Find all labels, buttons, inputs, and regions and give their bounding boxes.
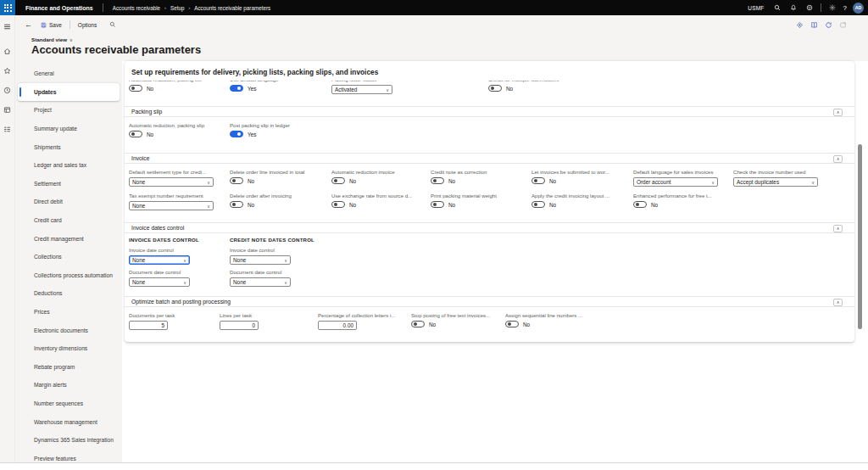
book-icon[interactable] [810,20,819,30]
search-icon[interactable] [772,3,782,13]
avatar[interactable]: AD [853,3,864,14]
collapse-chevron-up-icon[interactable]: ∧ [833,299,843,306]
collapse-chevron-up-icon[interactable]: ∧ [833,225,843,232]
toggle-switch[interactable] [331,201,345,208]
nav-item-direct-debit[interactable]: Direct debit [15,193,122,211]
toggle-switch[interactable] [411,321,425,327]
toggle-switch[interactable] [633,201,647,208]
nav-item-project[interactable]: Project [15,101,122,120]
toggle-check-for-multiple-warehouses[interactable]: No [488,85,585,92]
toggle-switch[interactable] [531,201,545,208]
toggle-use-default-language[interactable]: Yes [230,85,326,92]
nav-item-settlement[interactable]: Settlement [15,175,122,193]
notifications-bell-icon[interactable] [788,3,798,13]
expand-window-icon[interactable] [838,20,848,30]
select-invoice-date-control[interactable]: None∨ [129,255,190,265]
input-documents-per-task[interactable]: 5 [129,321,168,330]
input-lines-per-task[interactable]: 0 [220,321,259,330]
toggle-switch[interactable] [488,85,502,92]
select-default-settlement-type-for-credi[interactable]: None∨ [129,177,214,187]
toggle-print-packing-material-weight[interactable]: No [431,201,527,208]
select-document-date-control[interactable]: None∨ [230,277,291,287]
select-check-the-invoice-number-used[interactable]: Accept duplicates∨ [733,177,818,187]
select-invoice-date-control[interactable]: None∨ [230,255,291,265]
toggle-post-packing-slip-in-ledger[interactable]: Yes [230,131,326,137]
toggle-switch[interactable] [230,131,243,137]
nav-item-number-sequences[interactable]: Number sequences [15,394,122,413]
section-header-invoice[interactable]: Invoice ∧ [125,153,854,164]
nav-item-general[interactable]: General [15,64,122,83]
nav-item-collections-process-automation[interactable]: Collections process automation [15,266,122,285]
toggle-delete-order-line-invoiced-in-total[interactable]: No [230,177,326,184]
toggle-credit-note-as-correction[interactable]: No [431,177,527,184]
modules-list-icon[interactable] [2,123,14,135]
select-document-date-control[interactable]: None∨ [129,277,190,287]
nav-item-preview-features[interactable]: Preview features [15,449,122,467]
nav-item-collections[interactable]: Collections [15,248,122,266]
toggle-switch[interactable] [129,85,142,92]
personalize-icon[interactable] [795,20,804,30]
refresh-icon[interactable] [824,20,833,30]
nav-item-deductions[interactable]: Deductions [15,284,122,303]
nav-item-inventory-dimensions[interactable]: Inventory dimensions [15,339,122,358]
collapse-chevron-up-icon[interactable]: ∧ [833,155,843,163]
workspaces-icon[interactable] [2,104,14,115]
recent-clock-icon[interactable] [2,84,14,96]
toggle-automatic-reduction-invoice[interactable]: No [331,177,428,184]
select-picking-route-status[interactable]: Activated∨ [331,85,392,94]
nav-item-prices[interactable]: Prices [15,303,122,322]
settings-gear-icon[interactable] [827,3,837,13]
section-header-optimize-batch[interactable]: Optimize batch and posting processing ∧ [125,296,854,307]
save-button[interactable]: Save [41,22,62,28]
nav-item-rebate-program[interactable]: Rebate program [15,358,122,377]
nav-item-credit-card[interactable]: Credit card [15,211,122,230]
toggle-enhanced-performance-for-free-t[interactable]: No [633,201,730,208]
breadcrumb-item-setup[interactable]: Setup [170,5,184,11]
select-default-language-for-sales-invoices[interactable]: Order account∨ [633,177,718,187]
toggle-switch[interactable] [129,131,142,137]
home-icon[interactable] [2,45,14,57]
options-button[interactable]: Options [78,22,97,28]
nav-item-electronic-documents[interactable]: Electronic documents [15,321,122,339]
nav-item-dynamics-365-sales-integration[interactable]: Dynamics 365 Sales integration [15,431,122,450]
breadcrumb-item-accounts-receivable[interactable]: Accounts receivable [113,5,160,11]
toggle-switch[interactable] [331,177,345,184]
toggle-stop-posting-of-free-text-invoices[interactable]: No [411,321,508,327]
nav-item-credit-management[interactable]: Credit management [15,229,122,248]
toggle-automatic-reduction-picking-list[interactable]: No [129,85,225,92]
app-title[interactable]: Finance and Operations [25,5,93,11]
select-tax-exempt-number-requirement[interactable]: None∨ [129,201,214,210]
toggle-use-exchange-rate-from-source-d[interactable]: No [331,201,428,208]
nav-item-summary-update[interactable]: Summary update [15,120,122,138]
company-selector[interactable]: USMF [748,5,764,11]
toggle-let-invoices-be-submitted-to-wor[interactable]: No [531,177,628,184]
nav-item-margin-alerts[interactable]: Margin alerts [15,376,122,394]
hamburger-menu-icon[interactable] [2,20,14,32]
section-header-packing-slip[interactable]: Packing slip ∧ [125,106,854,117]
nav-item-updates[interactable]: Updates [18,83,120,102]
input-percentage-of-collection-letters-i[interactable]: 0.00 [318,321,357,330]
toggle-assign-sequential-line-numbers[interactable]: No [505,321,602,327]
toggle-switch[interactable] [431,177,444,184]
actionbar-search-icon[interactable] [109,21,116,28]
favorites-star-icon[interactable] [2,64,14,76]
toggle-switch[interactable] [505,321,519,327]
toggle-switch[interactable] [230,201,243,208]
collapse-chevron-up-icon[interactable]: ∧ [833,109,843,116]
app-launcher-waffle-icon[interactable] [0,0,15,15]
view-selector[interactable]: Standard view∨ [31,36,73,42]
toggle-switch[interactable] [431,201,444,208]
toggle-switch[interactable] [230,177,243,184]
nav-item-shipments[interactable]: Shipments [15,137,122,156]
nav-item-warehouse-management[interactable]: Warehouse management [15,412,122,431]
toggle-delete-order-after-invoicing[interactable]: No [230,201,326,208]
vertical-scrollbar[interactable] [858,144,862,329]
breadcrumb-item-accounts-receivable-parameters[interactable]: Accounts receivable parameters [194,5,270,11]
help-icon[interactable]: ? [843,4,847,12]
toggle-automatic-reduction-packing-slip[interactable]: No [129,131,225,137]
feedback-smiley-icon[interactable] [804,3,815,13]
back-button[interactable]: ← [25,20,32,29]
nav-item-ledger-and-sales-tax[interactable]: Ledger and sales tax [15,156,122,175]
toggle-switch[interactable] [230,85,243,92]
toggle-apply-the-credit-invoicing-layout[interactable]: No [531,201,628,208]
